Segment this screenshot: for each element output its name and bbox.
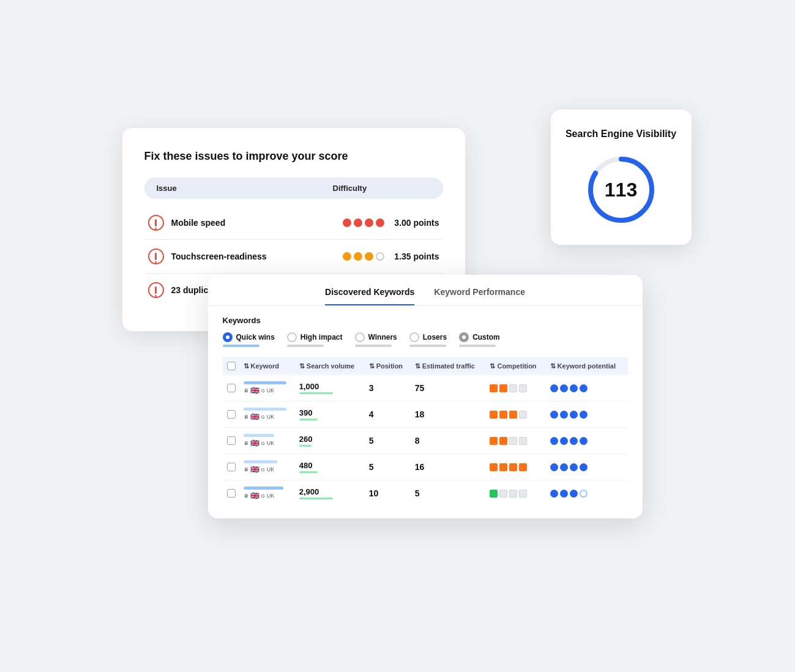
search-vol-4: 480 (299, 461, 362, 470)
header-checkbox[interactable] (227, 362, 236, 370)
comp-dot-2-4 (519, 411, 527, 419)
traffic-num-3: 8 (415, 436, 420, 446)
td-comp-3 (486, 428, 546, 454)
comp-dots-2 (490, 411, 542, 419)
th-keyword-potential[interactable]: ⇅ Keyword potential (547, 357, 628, 375)
uk-label-4: UK (267, 466, 275, 472)
filter-custom[interactable]: Custom (459, 332, 500, 347)
comp-dot-2-1 (490, 411, 498, 419)
filter-row: Quick wins High impact Winners (223, 332, 628, 347)
table-row: 🖥 🇬🇧 G UK 260 5 8 (223, 428, 628, 454)
kp-3-1 (550, 437, 558, 445)
keyword-icons-4: 🖥 🇬🇧 G UK (244, 465, 292, 474)
vol-bar-3 (299, 445, 312, 447)
keyword-cell-1: 🖥 🇬🇧 G UK (244, 381, 292, 395)
issues-table-header: Issue Difficulty (144, 177, 443, 199)
issue-difficulty-2: 1.35 points (343, 252, 439, 261)
filter-name-custom: Custom (472, 333, 500, 342)
td-checkbox-3 (223, 428, 240, 454)
filter-top-high-impact: High impact (287, 332, 343, 342)
filter-bar-winners (355, 345, 392, 347)
comp-dot-5-4 (519, 490, 527, 498)
comp-dot-3-4 (519, 437, 527, 445)
dot-1-3 (365, 218, 373, 227)
kp-1-2 (560, 384, 568, 392)
row-checkbox-1[interactable] (227, 384, 236, 392)
kp-5-3 (570, 490, 578, 498)
pos-num-4: 5 (369, 462, 374, 472)
td-keyword-3: 🖥 🇬🇧 G UK (240, 428, 296, 454)
filter-top-quick-wins: Quick wins (223, 332, 275, 342)
pos-num-3: 5 (369, 436, 374, 446)
radio-winners (355, 332, 365, 342)
kp-dots-5 (550, 490, 624, 498)
issue-icon-1 (148, 215, 164, 231)
g-icon-4: G (261, 467, 265, 472)
comp-dots-4 (490, 463, 542, 471)
td-vol-3: 260 (296, 428, 365, 454)
comp-dot-4-3 (509, 463, 517, 471)
comp-dot-4-2 (499, 463, 507, 471)
flag-icon-1: 🇬🇧 (250, 386, 259, 395)
monitor-icon-2: 🖥 (244, 414, 248, 420)
td-comp-2 (486, 401, 546, 428)
th-keyword-label: ⇅ Keyword (244, 362, 280, 370)
keywords-tabs: Discovered Keywords Keyword Performance (208, 275, 643, 306)
filter-bar-custom (459, 345, 496, 347)
td-comp-4 (486, 454, 546, 480)
row-checkbox-4[interactable] (227, 463, 236, 471)
kp-4-2 (560, 463, 568, 471)
uk-label-5: UK (267, 493, 275, 499)
th-position[interactable]: ⇅ Position (365, 357, 411, 375)
td-checkbox-1 (223, 375, 240, 401)
th-search-volume[interactable]: ⇅ Search volume (296, 357, 365, 375)
keyword-bar-4 (244, 460, 277, 463)
filter-losers[interactable]: Losers (409, 332, 447, 347)
comp-dot-3-3 (509, 437, 517, 445)
kp-dots-3 (550, 437, 624, 445)
issue-difficulty-1: 3.00 points (343, 218, 439, 228)
tab-keyword-performance[interactable]: Keyword Performance (434, 287, 525, 305)
sev-circle: 113 (584, 153, 658, 226)
kp-dots-1 (550, 384, 624, 392)
th-checkbox (223, 357, 240, 375)
filter-winners[interactable]: Winners (355, 332, 397, 347)
row-checkbox-5[interactable] (227, 489, 236, 498)
td-comp-1 (486, 375, 546, 401)
kp-2-4 (580, 411, 588, 419)
comp-dot-2-3 (509, 411, 517, 419)
issue-points-2: 1.35 points (394, 252, 439, 261)
tab-discovered-keywords[interactable]: Discovered Keywords (325, 287, 414, 305)
row-checkbox-3[interactable] (227, 436, 236, 445)
td-kp-5 (547, 480, 628, 507)
th-estimated-traffic[interactable]: ⇅ Estimated traffic (411, 357, 487, 375)
difficulty-dots-2 (343, 252, 384, 261)
td-kp-2 (547, 401, 628, 428)
col-issue-header: Issue (157, 184, 333, 193)
table-header-row: ⇅ Keyword ⇅ Search volume ⇅ Position ⇅ E… (223, 357, 628, 375)
comp-dots-1 (490, 384, 542, 392)
th-keyword[interactable]: ⇅ Keyword (240, 357, 296, 375)
row-checkbox-2[interactable] (227, 410, 236, 419)
table-row: 🖥 🇬🇧 G UK 2,900 10 (223, 480, 628, 507)
vol-bar-4 (299, 471, 318, 473)
table-row: 🖥 🇬🇧 G UK 1,000 3 7 (223, 375, 628, 401)
td-kp-3 (547, 428, 628, 454)
flag-icon-3: 🇬🇧 (250, 439, 259, 447)
sev-title: Search Engine Visibility (565, 128, 677, 141)
filter-high-impact[interactable]: High impact (287, 332, 343, 347)
filter-name-quick-wins: Quick wins (236, 333, 275, 342)
traffic-num-4: 16 (415, 462, 425, 472)
keyword-cell-4: 🖥 🇬🇧 G UK (244, 460, 292, 474)
keyword-bar-3 (244, 434, 274, 437)
keywords-label: Keywords (223, 316, 628, 325)
th-competition[interactable]: ⇅ Competition (486, 357, 546, 375)
comp-dot-1-3 (509, 384, 517, 392)
kp-1-1 (550, 384, 558, 392)
col-difficulty-header: Difficulty (333, 184, 431, 193)
keyword-icons-3: 🖥 🇬🇧 G UK (244, 439, 292, 447)
radio-high-impact (287, 332, 297, 342)
issue-name-2: Touchscreen-readiness (171, 252, 343, 261)
search-vol-3: 260 (299, 435, 362, 444)
filter-quick-wins[interactable]: Quick wins (223, 332, 275, 347)
